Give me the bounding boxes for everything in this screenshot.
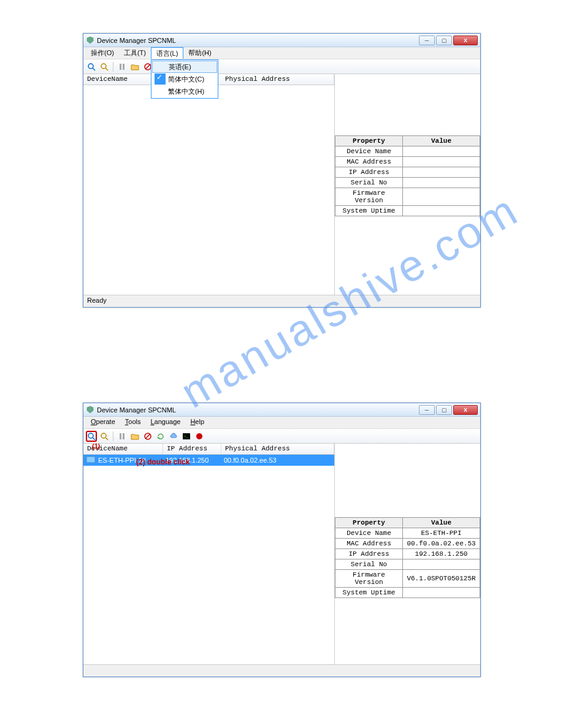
window-2: Device Manager SPCNML ─ ▢ X Operate Tool… <box>83 403 481 677</box>
refresh-icon[interactable] <box>155 431 166 442</box>
prop-uptime: System Uptime <box>335 588 403 598</box>
folder-icon[interactable] <box>129 61 140 72</box>
app-icon <box>86 36 94 45</box>
val-uptime <box>403 206 480 216</box>
menu-tools[interactable]: Tools <box>120 417 146 428</box>
col-physaddr[interactable]: Physical Address <box>221 74 334 85</box>
val-ip <box>403 167 480 178</box>
search-icon[interactable] <box>86 61 97 72</box>
svg-line-9 <box>93 438 95 440</box>
svg-text:>_: >_ <box>184 434 189 438</box>
menu-help[interactable]: 帮助(H) <box>183 47 216 59</box>
val-uptime <box>403 588 480 598</box>
language-dropdown: 英语(E) 简体中文(C) 繁体中文(H) <box>151 59 218 99</box>
titlebar[interactable]: Device Manager SPCNML ─ ▢ X <box>83 403 480 417</box>
prop-serial: Serial No <box>335 559 403 570</box>
prop-mac: MAC Address <box>335 539 403 549</box>
maximize-button[interactable]: ▢ <box>436 405 452 415</box>
svg-line-1 <box>93 68 95 70</box>
svg-point-18 <box>196 433 202 439</box>
config-icon[interactable] <box>117 431 128 442</box>
prop-header-value: Value <box>403 136 480 146</box>
device-list-panel: DeviceName Physical Address <box>83 74 335 295</box>
lang-traditional-label: 繁体中文(H) <box>168 87 204 96</box>
svg-point-8 <box>88 433 93 438</box>
window-title: Device Manager SPCNML <box>97 37 419 44</box>
lang-traditional[interactable]: 繁体中文(H) <box>152 85 217 97</box>
menu-operate[interactable]: Operate <box>86 417 120 428</box>
prop-ip: IP Address <box>335 167 403 178</box>
lang-english[interactable]: 英语(E) <box>152 61 217 73</box>
svg-rect-13 <box>123 433 124 439</box>
svg-rect-19 <box>86 457 95 463</box>
terminal-icon[interactable]: >_ <box>181 431 192 442</box>
menu-tools-label: ools <box>128 418 140 425</box>
val-serial <box>403 559 480 570</box>
prop-mac: MAC Address <box>335 157 403 167</box>
svg-rect-12 <box>120 433 121 439</box>
close-button[interactable]: X <box>453 405 478 415</box>
folder-icon[interactable] <box>129 431 140 442</box>
maximize-button[interactable]: ▢ <box>436 36 452 45</box>
val-fw: V6.1.0SPOT050125R <box>403 570 480 588</box>
col-physaddr[interactable]: Physical Address <box>221 444 334 454</box>
prop-header-value: Value <box>403 518 480 528</box>
device-row[interactable]: ES-ETH-PPI-1# 192.168.1.250 00.f0.0a.02.… <box>83 455 334 466</box>
menu-language[interactable]: Language <box>145 417 185 428</box>
record-icon[interactable] <box>194 431 205 442</box>
prop-header-property: Property <box>335 136 403 146</box>
menu-language-label: anguage <box>155 418 181 425</box>
val-mac <box>403 157 480 167</box>
config-icon[interactable] <box>117 61 128 72</box>
close-button[interactable]: X <box>453 36 478 45</box>
val-device-name: ES-ETH-PPI <box>403 528 480 539</box>
svg-line-11 <box>105 438 108 440</box>
device-list-panel: DeviceName IP Address Physical Address E… <box>83 444 335 664</box>
minimize-button[interactable]: ─ <box>419 405 435 415</box>
lang-simplified[interactable]: 简体中文(C) <box>152 73 217 85</box>
prop-device-name: Device Name <box>335 528 403 539</box>
property-table: PropertyValue Device Name MAC Address IP… <box>335 135 480 216</box>
lang-english-label: 英语(E) <box>169 63 191 72</box>
search-device-icon[interactable] <box>99 431 110 442</box>
prop-device-name: Device Name <box>335 146 403 157</box>
property-panel: PropertyValue Device NameES-ETH-PPI MAC … <box>335 444 480 664</box>
prop-header-property: Property <box>335 518 403 528</box>
prop-uptime: System Uptime <box>335 206 403 216</box>
menubar: 操作(O) 工具(T) 语言(L) 英语(E) 简体中文(C) 繁体中文(H) … <box>83 47 480 59</box>
menu-operate[interactable]: 操作(O) <box>86 47 119 59</box>
menu-help[interactable]: Help <box>185 417 209 428</box>
check-placeholder <box>155 61 166 72</box>
menu-tools[interactable]: 工具(T) <box>119 47 151 59</box>
val-device-name <box>403 146 480 157</box>
cell-phys: 00.f0.0a.02.ee.53 <box>223 457 334 464</box>
val-serial <box>403 178 480 188</box>
window-title: Device Manager SPCNML <box>97 406 419 414</box>
device-icon <box>85 456 96 464</box>
window-1: Device Manager SPCNML ─ ▢ X 操作(O) 工具(T) … <box>83 33 481 308</box>
menu-operate-label: perate <box>96 418 115 425</box>
val-mac: 00.f0.0a.02.ee.53 <box>403 539 480 549</box>
stop-icon[interactable] <box>142 431 153 442</box>
svg-rect-5 <box>123 64 124 70</box>
lang-simplified-label: 简体中文(C) <box>168 75 204 84</box>
search-device-icon[interactable] <box>99 61 110 72</box>
svg-line-3 <box>105 68 108 70</box>
menu-help-label: elp <box>195 418 204 425</box>
statusbar <box>83 664 480 677</box>
statusbar: Ready <box>83 295 480 307</box>
cloud-icon[interactable] <box>168 431 179 442</box>
toolbar <box>83 59 480 74</box>
col-ip[interactable]: IP Address <box>163 444 221 454</box>
app-icon <box>86 406 94 414</box>
search-icon[interactable] <box>86 431 97 442</box>
svg-point-10 <box>101 433 106 438</box>
titlebar[interactable]: Device Manager SPCNML ─ ▢ X <box>83 34 480 47</box>
menubar: Operate Tools Language Help <box>83 417 480 429</box>
minimize-button[interactable]: ─ <box>419 36 435 45</box>
property-panel: PropertyValue Device Name MAC Address IP… <box>335 74 480 295</box>
val-fw <box>403 188 480 206</box>
svg-rect-4 <box>120 64 121 70</box>
toolbar-separator <box>113 431 113 441</box>
menu-language[interactable]: 语言(L) 英语(E) 简体中文(C) 繁体中文(H) <box>151 47 183 59</box>
